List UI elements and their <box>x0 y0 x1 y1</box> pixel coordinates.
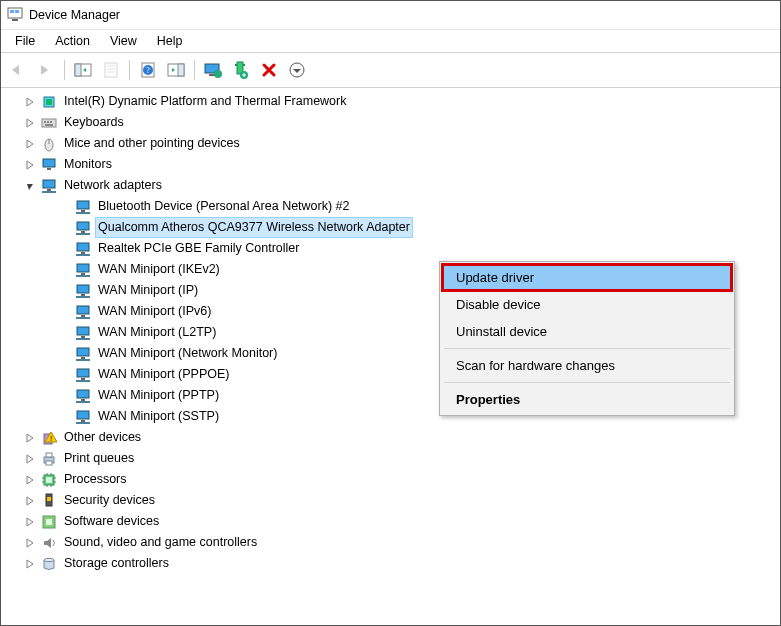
tree-item-label[interactable]: Security devices <box>61 490 158 511</box>
tree-item-label[interactable]: Keyboards <box>61 112 127 133</box>
tree-item-label[interactable]: Qualcomm Atheros QCA9377 Wireless Networ… <box>95 217 413 238</box>
disable-icon[interactable] <box>284 57 310 83</box>
tree-item-label[interactable]: Bluetooth Device (Personal Area Network)… <box>95 196 353 217</box>
tree-category[interactable]: !Other devices <box>5 427 778 448</box>
context-menu-item[interactable]: Disable device <box>442 291 732 318</box>
tree-item-label[interactable]: WAN Miniport (SSTP) <box>95 406 222 427</box>
svg-rect-61 <box>46 453 52 457</box>
tree-item-label[interactable]: Mice and other pointing devices <box>61 133 243 154</box>
svg-rect-34 <box>43 180 55 188</box>
show-hide-console-tree-icon[interactable] <box>70 57 96 83</box>
tree-expander[interactable] <box>23 557 37 571</box>
forward-icon <box>33 57 59 83</box>
svg-rect-52 <box>77 369 89 377</box>
context-menu-item[interactable]: Uninstall device <box>442 318 732 345</box>
keyboard-icon <box>41 115 57 131</box>
menu-bar: File Action View Help <box>1 29 780 52</box>
network-icon <box>75 262 91 278</box>
scan-hardware-icon[interactable] <box>228 57 254 83</box>
tree-expander <box>57 368 71 382</box>
tree-expander[interactable] <box>23 473 37 487</box>
tree-item-label[interactable]: Other devices <box>61 427 144 448</box>
tree-device[interactable]: Realtek PCIe GBE Family Controller <box>5 238 778 259</box>
svg-rect-48 <box>77 327 89 335</box>
tree-category[interactable]: Print queues <box>5 448 778 469</box>
tree-category[interactable]: Monitors <box>5 154 778 175</box>
context-menu-item[interactable]: Scan for hardware changes <box>442 352 732 379</box>
menu-file[interactable]: File <box>5 32 45 50</box>
svg-rect-38 <box>77 222 89 230</box>
svg-rect-40 <box>77 243 89 251</box>
tree-item-label[interactable]: Monitors <box>61 154 115 175</box>
tree-expander[interactable] <box>23 452 37 466</box>
toolbar: ? <box>1 52 780 88</box>
tree-item-label[interactable]: Realtek PCIe GBE Family Controller <box>95 238 302 259</box>
svg-rect-37 <box>81 210 85 212</box>
tree-category[interactable]: Network adapters <box>5 175 778 196</box>
tree-item-label[interactable]: WAN Miniport (IP) <box>95 280 201 301</box>
network-icon <box>75 220 91 236</box>
chip-icon <box>41 94 57 110</box>
svg-rect-29 <box>45 124 53 126</box>
tree-category[interactable]: Software devices <box>5 511 778 532</box>
tree-category[interactable]: Processors <box>5 469 778 490</box>
svg-rect-44 <box>77 285 89 293</box>
svg-rect-55 <box>81 399 85 401</box>
context-menu-item[interactable]: Update driver <box>441 263 733 292</box>
network-icon <box>75 367 91 383</box>
tree-item-label[interactable]: WAN Miniport (L2TP) <box>95 322 219 343</box>
tree-expander[interactable] <box>23 116 37 130</box>
tree-item-label[interactable]: WAN Miniport (IPv6) <box>95 301 214 322</box>
tree-device[interactable]: Bluetooth Device (Personal Area Network)… <box>5 196 778 217</box>
tree-expander[interactable] <box>23 158 37 172</box>
tree-expander <box>57 347 71 361</box>
tree-item-label[interactable]: Intel(R) Dynamic Platform and Thermal Fr… <box>61 91 349 112</box>
toolbar-separator <box>194 60 195 80</box>
menu-action[interactable]: Action <box>45 32 100 50</box>
tree-category[interactable]: Intel(R) Dynamic Platform and Thermal Fr… <box>5 91 778 112</box>
network-icon <box>41 178 57 194</box>
menu-view[interactable]: View <box>100 32 147 50</box>
tree-item-label[interactable]: Sound, video and game controllers <box>61 532 260 553</box>
tree-item-label[interactable]: WAN Miniport (PPTP) <box>95 385 222 406</box>
mouse-icon <box>41 136 57 152</box>
tree-category[interactable]: Security devices <box>5 490 778 511</box>
tree-expander[interactable] <box>23 179 37 193</box>
app-icon <box>7 7 23 23</box>
tree-expander[interactable] <box>23 536 37 550</box>
tree-category[interactable]: Keyboards <box>5 112 778 133</box>
tree-expander[interactable] <box>23 137 37 151</box>
menu-help[interactable]: Help <box>147 32 193 50</box>
tree-item-label[interactable]: Network adapters <box>61 175 165 196</box>
printer-icon <box>41 451 57 467</box>
tree-category[interactable]: Storage controllers <box>5 553 778 574</box>
uninstall-icon[interactable] <box>256 57 282 83</box>
svg-rect-42 <box>77 264 89 272</box>
toolbar-separator <box>64 60 65 80</box>
tree-expander[interactable] <box>23 515 37 529</box>
tree-device[interactable]: Qualcomm Atheros QCA9377 Wireless Networ… <box>5 217 778 238</box>
svg-rect-62 <box>46 461 52 465</box>
tree-item-label[interactable]: Storage controllers <box>61 553 172 574</box>
svg-rect-14 <box>178 64 184 76</box>
svg-rect-43 <box>81 273 85 275</box>
svg-rect-41 <box>81 252 85 254</box>
svg-rect-2 <box>15 10 19 13</box>
context-menu-item[interactable]: Properties <box>442 386 732 413</box>
tree-category[interactable]: Sound, video and game controllers <box>5 532 778 553</box>
security-icon <box>41 493 57 509</box>
tree-expander[interactable] <box>23 431 37 445</box>
tree-item-label[interactable]: Print queues <box>61 448 137 469</box>
tree-category[interactable]: Mice and other pointing devices <box>5 133 778 154</box>
tree-item-label[interactable]: WAN Miniport (Network Monitor) <box>95 343 280 364</box>
tree-expander[interactable] <box>23 95 37 109</box>
tree-item-label[interactable]: WAN Miniport (PPPOE) <box>95 364 233 385</box>
tree-item-label[interactable]: Processors <box>61 469 130 490</box>
tree-item-label[interactable]: Software devices <box>61 511 162 532</box>
tree-expander[interactable] <box>23 494 37 508</box>
tree-item-label[interactable]: WAN Miniport (IKEv2) <box>95 259 223 280</box>
toggle-action-pane-icon[interactable] <box>163 57 189 83</box>
help-icon[interactable]: ? <box>135 57 161 83</box>
update-driver-toolbar-icon[interactable] <box>200 57 226 83</box>
svg-rect-47 <box>81 315 85 317</box>
